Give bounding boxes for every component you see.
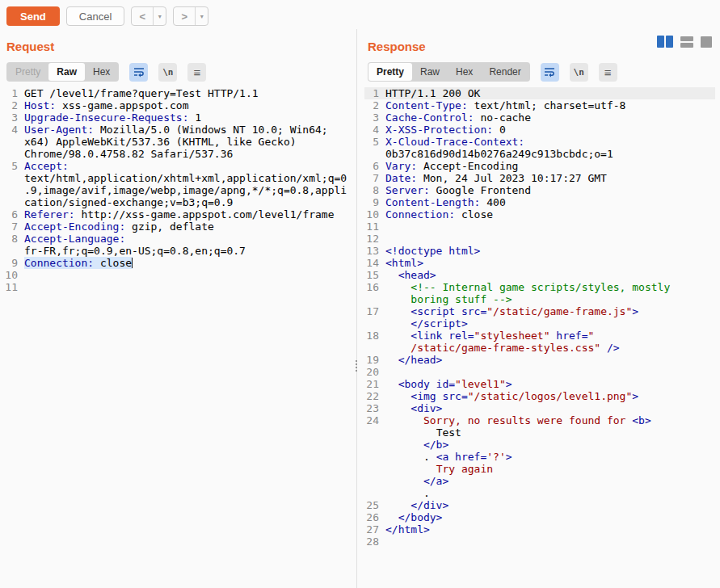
code-line[interactable]: 10Connection: close [364, 208, 715, 220]
code-line[interactable]: 9Content-Length: 400 [364, 196, 715, 208]
code-line[interactable]: 15 <head> [364, 269, 715, 281]
line-number: 8 [364, 184, 379, 196]
code-line[interactable]: 12 [364, 233, 715, 245]
code-line[interactable]: 21 <body id="level1"> [364, 378, 715, 390]
code-line[interactable]: 23 <div> [364, 402, 715, 414]
prev-request-button[interactable]: < [132, 7, 153, 25]
next-request-button[interactable]: > [174, 7, 195, 25]
code-text: .9,image/avif,image/webp,image/apng,*/*;… [24, 184, 347, 196]
code-line[interactable]: cation/signed-exchange;v=b3;q=0.9 [3, 196, 352, 208]
code-line[interactable]: 1GET /level1/frame?query=Test HTTP/1.1 [3, 87, 352, 99]
code-line[interactable]: fr-FR,fr;q=0.9,en-US;q=0.8,en;q=0.7 [3, 245, 352, 257]
code-line[interactable]: 19 </head> [364, 354, 715, 366]
line-number [364, 451, 379, 463]
line-number: 27 [364, 523, 379, 536]
code-line[interactable]: 16 <!-- Internal game scripts/styles, mo… [364, 281, 715, 293]
code-text: GET /level1/frame?query=Test HTTP/1.1 [24, 87, 259, 99]
code-text: User-Agent: Mozilla/5.0 (Windows NT 10.0… [24, 124, 328, 136]
send-button[interactable]: Send [6, 6, 60, 26]
code-line[interactable]: 8Accept-Language: [3, 233, 352, 245]
code-line[interactable]: Try again [364, 463, 715, 475]
code-line[interactable]: 24 Sorry, no results were found for <b> [364, 414, 715, 426]
code-text: </body> [385, 511, 442, 523]
code-line[interactable]: 26 </body> [364, 511, 715, 523]
line-number [3, 148, 18, 160]
tab-hex[interactable]: Hex [85, 63, 118, 81]
code-line[interactable]: 3Upgrade-Insecure-Requests: 1 [3, 111, 352, 124]
code-line[interactable]: 7Date: Mon, 24 Jul 2023 10:17:27 GMT [364, 172, 715, 184]
code-line[interactable]: 11 [364, 220, 715, 233]
line-number: 9 [364, 196, 379, 208]
code-line[interactable]: 25 </div> [364, 499, 715, 511]
line-number [3, 196, 18, 208]
code-line[interactable]: 5Accept: [3, 160, 352, 172]
code-line[interactable]: x64) AppleWebKit/537.36 (KHTML, like Gec… [3, 136, 352, 148]
code-line[interactable]: /static/game-frame-styles.css" /> [364, 342, 715, 354]
tab-raw[interactable]: Raw [48, 63, 85, 81]
response-editor[interactable]: 1HTTP/1.1 200 OK2Content-Type: text/html… [361, 87, 720, 548]
code-line[interactable]: 0b37c816d90d14b0276a249c913bcbdc;o=1 [364, 148, 715, 160]
code-text: </b> [385, 439, 448, 451]
next-request-navgroup: > ▾ [173, 6, 208, 26]
editor-menu-icon[interactable]: ≡ [187, 63, 206, 82]
show-newlines-toggle-icon[interactable]: \n [570, 63, 588, 82]
tab-hex[interactable]: Hex [448, 63, 481, 81]
code-line[interactable]: . <a href='?'> [364, 451, 715, 463]
code-line[interactable]: 7Accept-Encoding: gzip, deflate [3, 220, 352, 233]
line-number [364, 475, 379, 487]
code-line[interactable]: 17 <script src="/static/game-frame.js"> [364, 305, 715, 317]
code-line[interactable]: 4X-XSS-Protection: 0 [364, 124, 715, 136]
word-wrap-toggle-icon[interactable] [129, 63, 148, 82]
code-line[interactable]: 9Connection: close [3, 257, 352, 269]
line-number: 15 [364, 269, 379, 281]
code-line[interactable]: 18 <link rel="stylesheet" href=" [364, 330, 715, 342]
prev-request-dropdown[interactable]: ▾ [153, 7, 166, 25]
code-line[interactable]: </a> [364, 475, 715, 487]
code-line[interactable]: 28 [364, 536, 715, 548]
line-number: 4 [3, 124, 18, 136]
request-editor[interactable]: 1GET /level1/frame?query=Test HTTP/1.12H… [0, 87, 356, 293]
code-line[interactable]: 22 <img src="/static/logos/level1.png"> [364, 390, 715, 402]
code-line[interactable]: .9,image/avif,image/webp,image/apng,*/*;… [3, 184, 352, 196]
code-line[interactable]: 6Referer: http://xss-game.appspot.com/le… [3, 208, 352, 220]
code-line[interactable]: Test [364, 426, 715, 439]
line-number: 11 [3, 281, 18, 293]
code-line[interactable]: 20 [364, 366, 715, 378]
code-line[interactable]: 8Server: Google Frontend [364, 184, 715, 196]
code-line[interactable]: 10 [3, 269, 352, 281]
tab-raw[interactable]: Raw [412, 63, 448, 81]
line-number [364, 293, 379, 305]
code-text: Content-Type: text/html; charset=utf-8 [385, 99, 625, 111]
code-line[interactable]: 14<html> [364, 257, 715, 269]
layout-rows-icon[interactable] [680, 36, 693, 48]
panel-splitter-handle[interactable] [354, 360, 359, 372]
code-line[interactable]: text/html,application/xhtml+xml,applicat… [3, 172, 352, 184]
request-tabbar: PrettyRawHex \n≡ [6, 62, 350, 82]
code-line[interactable]: 27</html> [364, 523, 715, 536]
tab-pretty[interactable]: Pretty [368, 63, 412, 81]
code-line[interactable]: </b> [364, 439, 715, 451]
tab-render[interactable]: Render [481, 63, 528, 81]
next-request-dropdown[interactable]: ▾ [195, 7, 208, 25]
code-line[interactable]: </script> [364, 317, 715, 330]
code-line[interactable]: 5X-Cloud-Trace-Context: [364, 136, 715, 148]
word-wrap-toggle-icon[interactable] [541, 63, 559, 82]
code-line[interactable]: 2Host: xss-game.appspot.com [3, 99, 352, 111]
layout-single-icon[interactable] [701, 36, 712, 48]
code-line[interactable]: . [364, 487, 715, 499]
code-text: /static/game-frame-styles.css" /> [385, 342, 620, 354]
code-line[interactable]: boring stuff --> [364, 293, 715, 305]
code-line[interactable]: 4User-Agent: Mozilla/5.0 (Windows NT 10.… [3, 124, 352, 136]
code-text: Cache-Control: no-cache [385, 111, 531, 124]
code-line[interactable]: Chrome/98.0.4758.82 Safari/537.36 [3, 148, 352, 160]
editor-menu-icon[interactable]: ≡ [599, 63, 617, 82]
layout-columns-icon[interactable] [657, 36, 673, 48]
code-line[interactable]: 3Cache-Control: no-cache [364, 111, 715, 124]
code-line[interactable]: 1HTTP/1.1 200 OK [364, 87, 715, 99]
code-line[interactable]: 11 [3, 281, 352, 293]
cancel-button[interactable]: Cancel [66, 6, 124, 26]
code-line[interactable]: 2Content-Type: text/html; charset=utf-8 [364, 99, 715, 111]
code-line[interactable]: 6Vary: Accept-Encoding [364, 160, 715, 172]
show-newlines-toggle-icon[interactable]: \n [158, 63, 177, 82]
code-line[interactable]: 13<!doctype html> [364, 245, 715, 257]
